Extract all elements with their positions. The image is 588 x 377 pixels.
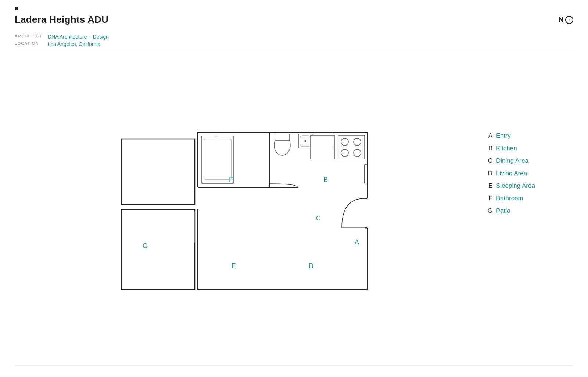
legend-letter-e: E <box>485 182 492 190</box>
room-label-d: D <box>309 262 313 270</box>
room-label-g: G <box>143 242 148 249</box>
dot-indicator <box>15 7 18 10</box>
room-label-c: C <box>316 215 321 222</box>
location-line: LOCATION Los Angeles, California <box>15 41 573 47</box>
north-label: N <box>559 15 564 24</box>
legend-letter-f: F <box>485 195 492 202</box>
svg-rect-0 <box>121 139 195 204</box>
svg-rect-1 <box>121 209 195 290</box>
legend-item-a: A Entry <box>485 132 573 140</box>
legend-item-c: C Dining Area <box>485 157 573 165</box>
room-label-f: F <box>229 176 233 183</box>
legend-item-g: G Patio <box>485 207 573 215</box>
project-title: Ladera Heights ADU <box>15 14 108 25</box>
legend-area: A Entry B Kitchen C Dining Area D Living… <box>478 66 573 220</box>
svg-rect-16 <box>204 139 231 179</box>
location-value: Los Angeles, California <box>48 41 100 47</box>
bottom-bar <box>15 366 573 377</box>
svg-rect-20 <box>275 134 290 141</box>
legend-letter-a: A <box>485 132 492 140</box>
legend-letter-c: C <box>485 157 492 165</box>
legend-name-g: Patio <box>496 207 510 215</box>
architect-label: ARCHITECT <box>15 34 44 40</box>
room-label-b: B <box>323 176 328 183</box>
svg-point-23 <box>305 140 306 142</box>
location-label: LOCATION <box>15 41 44 47</box>
legend-letter-b: B <box>485 145 492 152</box>
room-label-a: A <box>355 238 359 246</box>
legend-name-e: Sleeping Area <box>496 182 535 190</box>
legend-letter-d: D <box>485 170 492 177</box>
legend-name-b: Kitchen <box>496 145 517 152</box>
architect-line: ARCHITECT DNA Architecture + Design <box>15 34 573 40</box>
legend-name-c: Dining Area <box>496 157 528 165</box>
north-indicator: N ↑ <box>559 15 573 24</box>
north-circle: ↑ <box>565 16 573 24</box>
meta-row: ARCHITECT DNA Architecture + Design LOCA… <box>0 30 588 51</box>
legend-item-f: F Bathroom <box>485 195 573 202</box>
top-bar: Ladera Heights ADU N ↑ <box>0 0 588 30</box>
page: Ladera Heights ADU N ↑ ARCHITECT DNA Arc… <box>0 0 588 377</box>
legend-name-a: Entry <box>496 132 511 140</box>
legend-item-d: D Living Area <box>485 170 573 177</box>
floorplan-svg: A B C D E F G <box>118 73 375 301</box>
title-row: Ladera Heights ADU N ↑ <box>15 14 573 30</box>
legend-name-f: Bathroom <box>496 195 523 202</box>
legend-name-d: Living Area <box>496 170 527 177</box>
room-label-e: E <box>232 262 236 270</box>
architect-value: DNA Architecture + Design <box>48 34 109 40</box>
legend-item-e: E Sleeping Area <box>485 182 573 190</box>
legend-item-b: B Kitchen <box>485 145 573 152</box>
floorplan-area: A B C D E F G <box>15 66 478 301</box>
legend-letter-g: G <box>485 207 492 215</box>
main-content: A B C D E F G A Entry B <box>0 51 588 366</box>
